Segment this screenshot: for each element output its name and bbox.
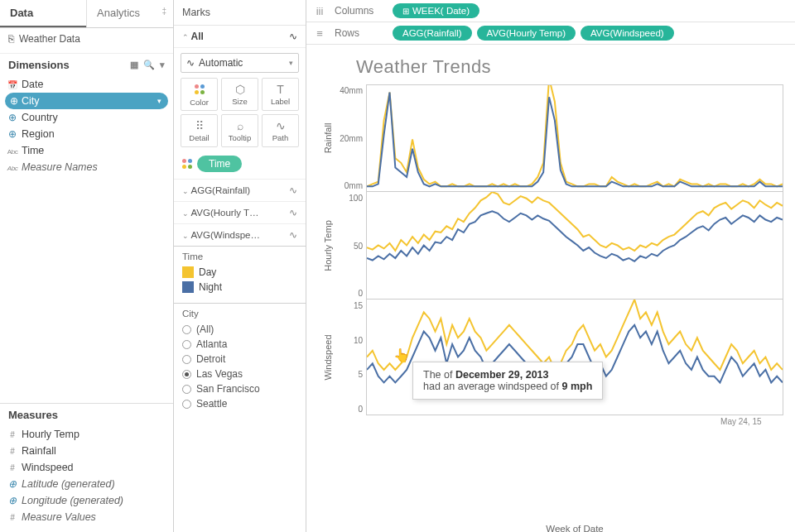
x-tick-label: May 24, 15 [720,417,761,426]
radio-icon [182,370,191,379]
y-axis-label: Rainfall [323,123,333,154]
datasource-row[interactable]: ⎘ Weather Data [0,28,173,50]
field-windspeed[interactable]: Windspeed [0,459,173,476]
city-option-detroit[interactable]: Detroit [182,352,297,367]
field-label: Country [22,112,58,123]
field-label: Hourly Temp [22,429,80,440]
dimensions-title: Dimensions [8,59,70,71]
mark-detail-button[interactable]: ⠿Detail [181,114,218,147]
series-day[interactable] [367,192,783,251]
plot-area[interactable] [366,192,783,300]
tab-analytics[interactable]: Analytics [86,0,173,27]
measures-header: Measures [0,403,173,424]
mark-card-agg-rainfall-[interactable]: ⌄ AGG(Rainfall)∿ [174,179,306,201]
line-icon: ∿ [289,229,297,241]
field-time[interactable]: Time [0,142,173,159]
columns-shelf[interactable]: iii Columns WEEK( Date) [306,0,795,22]
legend-night[interactable]: Night [182,280,297,295]
mark-size-button[interactable]: ⬡Size [221,78,258,111]
tooltip-icon: ⌕ [237,120,243,132]
worksheet: iii Columns WEEK( Date) ≡ Rows AGG(Rainf… [306,0,795,532]
series-day[interactable] [367,85,783,186]
field-date[interactable]: Date [0,76,173,93]
color-encoding-row[interactable]: Time [174,152,306,179]
marks-all-row[interactable]: ⌃ All ∿ [174,26,306,48]
search-icon[interactable]: 🔍 [143,60,155,70]
path-icon: ∿ [276,120,286,132]
mark-color-button[interactable]: Color [181,78,218,111]
tab-data[interactable]: Data [0,0,86,27]
pill-avg-hourly-temp-[interactable]: AVG(Hourly Temp) [477,26,576,41]
dimensions-menu-icon[interactable]: ▾ [160,60,165,70]
chart-hourly-temp: Hourly Temp100500 [318,192,783,300]
radio-icon [182,400,191,409]
view-grid-icon[interactable]: ▦ [130,60,138,70]
mark-type-dropdown[interactable]: ∿ Automatic [181,53,299,73]
globe-icon [7,478,18,490]
columns-label: Columns [335,5,384,17]
mark-card-avg-windspe-[interactable]: ⌄ AVG(Windspe…∿ [174,223,306,246]
field-rainfall[interactable]: Rainfall [0,443,173,459]
y-axis-ticks: 100500 [338,192,366,300]
time-legend: Time DayNight [174,246,306,303]
field-measure-names[interactable]: Measure Names [0,159,173,175]
mark-buttons-grid: Color⬡SizeTLabel⠿Detail⌕Tooltip∿Path [174,78,306,152]
y-axis-label: Windspeed [323,334,333,380]
hash-icon [7,430,18,439]
rows-icon: ≡ [313,27,326,40]
legend-day[interactable]: Day [182,265,297,280]
viz-title[interactable]: Weather Trends [356,56,783,78]
field-label: Longitude (generated) [22,495,123,506]
marks-panel: Marks ⌃ All ∿ ∿ Automatic Color⬡SizeTLab… [174,0,306,532]
pill-agg-rainfall-[interactable]: AGG(Rainfall) [393,26,472,41]
field-measure-values[interactable]: Measure Values [0,509,173,525]
field-label: Time [22,145,44,156]
field-country[interactable]: Country [0,109,173,126]
pill-avg-windspeed-[interactable]: AVG(Windspeed) [581,26,674,41]
radio-icon [182,355,191,364]
field-city[interactable]: City [5,93,168,109]
rows-shelf[interactable]: ≡ Rows AGG(Rainfall)AVG(Hourly Temp)AVG(… [306,22,795,45]
field-region[interactable]: Region [0,126,173,142]
columns-icon: iii [313,5,326,17]
line-icon: ∿ [289,207,297,218]
mark-path-button[interactable]: ∿Path [262,114,299,147]
city-option-seattle[interactable]: Seattle [182,396,297,411]
size-icon: ⬡ [235,84,245,95]
date-icon [7,80,18,89]
plot-area[interactable]: May 24, 15👆The of December 29, 2013had a… [366,300,783,415]
hash-icon [7,513,18,522]
datasource-name: Weather Data [19,33,80,45]
city-option-san-francisco[interactable]: San Francisco [182,381,297,396]
left-panel: Data Analytics ⎘ Weather Data Dimensions… [0,0,174,532]
mark-label-button[interactable]: TLabel [262,78,299,111]
field-longitude-generated-[interactable]: Longitude (generated) [0,492,173,509]
mark-card-avg-hourly-t-[interactable]: ⌄ AVG(Hourly T…∿ [174,201,306,223]
series-day[interactable] [367,300,783,370]
automatic-line-icon: ∿ [186,57,195,69]
swatch [182,266,194,278]
city-option-las-vegas[interactable]: Las Vegas [182,367,297,381]
field-label: Measure Names [22,161,98,173]
left-tabs: Data Analytics [0,0,173,28]
field-hourly-temp[interactable]: Hourly Temp [0,426,173,443]
abc-icon [7,146,18,156]
city-filter-title: City [182,309,297,319]
series-night[interactable] [367,211,783,261]
mark-tooltip-button[interactable]: ⌕Tooltip [221,114,258,147]
chart-windspeed: Windspeed151050May 24, 15👆The of Decembe… [318,300,783,415]
pill-week-date-[interactable]: WEEK( Date) [393,3,479,18]
plot-area[interactable] [366,84,783,192]
swatch [182,281,194,293]
city-option-atlanta[interactable]: Atlanta [182,337,297,352]
series-night[interactable] [367,93,783,187]
field-latitude-generated-[interactable]: Latitude (generated) [0,476,173,492]
time-color-pill[interactable]: Time [197,156,242,172]
x-axis-label: Week of Date [318,519,783,532]
field-label: Measure Values [22,511,96,523]
datasource-icon: ⎘ [8,33,14,45]
chart-rainfall: Rainfall40mm20mm0mm [318,84,783,192]
color-icon [193,83,206,96]
city-option--all-[interactable]: (All) [182,322,297,337]
city-filter: City (All)AtlantaDetroitLas VegasSan Fra… [174,303,306,532]
